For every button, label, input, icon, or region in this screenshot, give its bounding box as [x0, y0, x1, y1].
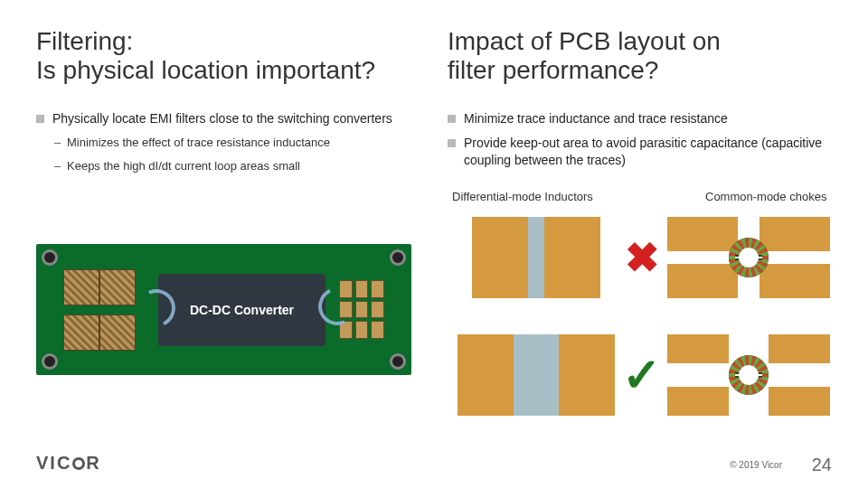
left-title-line1: Filtering: [36, 27, 133, 55]
copper-pad-icon [760, 217, 830, 251]
dcdc-label: DC-DC Converter [190, 303, 294, 317]
footer: VICR [36, 453, 101, 474]
left-column: Filtering: Is physical location importan… [36, 27, 425, 181]
component-body-icon [514, 334, 559, 416]
dm-bad-layout [448, 208, 624, 307]
copper-pad-icon [472, 217, 528, 298]
copper-pad-icon [544, 217, 600, 298]
toroid-choke-icon [729, 355, 769, 395]
layout-diagram-grid: ✖ ✓ [448, 208, 836, 425]
right-title-line1: Impact of PCB layout on [448, 27, 721, 55]
logo-o-icon [72, 457, 85, 470]
mounting-hole-icon [390, 249, 406, 266]
toroid-choke-icon [729, 238, 769, 277]
left-sub-2: Keeps the high dI/dt current loop areas … [36, 158, 425, 174]
dcdc-converter-block: DC-DC Converter [158, 274, 326, 346]
copper-pad-keepout-icon [769, 334, 830, 363]
left-bullet-1: Physically locate EMI filters close to t… [36, 110, 425, 127]
inductor-icon [63, 269, 136, 305]
cm-good-layout [660, 325, 836, 425]
bad-mark-cell: ✖ [624, 208, 660, 307]
copper-pad-icon [667, 264, 738, 298]
left-title-line2: Is physical location important? [36, 56, 375, 84]
subheading-common-mode: Common-mode chokes [705, 190, 826, 203]
copper-pad-keepout-icon [667, 334, 729, 363]
check-icon: ✓ [622, 352, 662, 399]
inductor-icon [63, 314, 136, 351]
subheading-differential: Differential-mode Inductors [452, 190, 593, 203]
mounting-hole-icon [42, 353, 58, 370]
right-column: Impact of PCB layout on filter performan… [448, 27, 836, 176]
cm-bad-layout [660, 208, 836, 307]
dm-good-layout [448, 325, 624, 425]
left-sub-1: Minimizes the effect of trace resistance… [36, 135, 425, 151]
right-bullet-2: Provide keep-out area to avoid parasitic… [448, 135, 836, 169]
cross-icon: ✖ [625, 237, 660, 278]
emi-filter-icon [63, 269, 136, 351]
mounting-hole-icon [390, 353, 406, 370]
copper-pad-keepout-icon [667, 387, 729, 416]
good-mark-cell: ✓ [624, 325, 660, 425]
component-body-icon [528, 217, 544, 298]
right-title: Impact of PCB layout on filter performan… [448, 27, 836, 85]
mounting-hole-icon [42, 249, 58, 266]
copper-pad-icon [458, 334, 514, 416]
copper-pad-keepout-icon [769, 387, 830, 416]
pcb-illustration: DC-DC Converter [36, 244, 411, 375]
right-bullet-1: Minimize trace inductance and trace resi… [448, 110, 836, 127]
copper-pad-icon [559, 334, 615, 416]
vicor-logo: VICR [36, 453, 101, 473]
left-title: Filtering: Is physical location importan… [36, 27, 425, 85]
page-number: 24 [812, 455, 832, 475]
right-title-line2: filter performance? [448, 56, 658, 84]
copper-pad-icon [667, 217, 738, 251]
copyright: © 2019 Vicor [730, 460, 782, 470]
copper-pad-icon [760, 264, 830, 298]
slide: Filtering: Is physical location importan… [0, 0, 868, 488]
